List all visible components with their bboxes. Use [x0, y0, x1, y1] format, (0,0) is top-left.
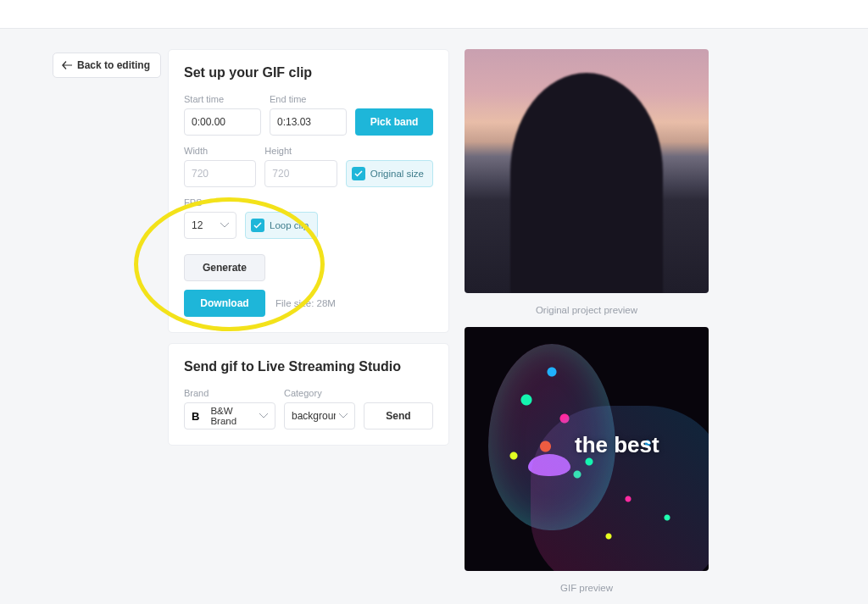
gif-setup-panel: Set up your GIF clip Start time End time…: [168, 49, 449, 333]
check-icon: [251, 219, 264, 232]
start-time-label: Start time: [184, 94, 261, 104]
preview-overlay-text: Videos: [548, 159, 625, 186]
height-label: Height: [264, 146, 337, 156]
gif-preview-caption: GIF preview: [465, 583, 709, 593]
brand-label: Brand: [184, 388, 275, 398]
top-nav-bar: [0, 0, 868, 29]
gif-overlay-text: the best: [575, 432, 659, 458]
end-time-input[interactable]: [270, 108, 347, 136]
category-label: Category: [284, 388, 355, 398]
start-time-input[interactable]: [184, 108, 261, 136]
send-gif-panel: Send gif to Live Streaming Studio Brand …: [168, 343, 449, 446]
chevron-down-icon: [259, 413, 268, 418]
pick-band-button[interactable]: Pick band: [355, 108, 433, 136]
send-gif-title: Send gif to Live Streaming Studio: [184, 359, 433, 374]
original-size-toggle[interactable]: Original size: [346, 160, 433, 187]
arrow-left-icon: [62, 61, 72, 69]
end-time-label: End time: [270, 94, 347, 104]
original-preview: Videos: [465, 49, 709, 293]
category-select[interactable]: background: [284, 402, 355, 429]
original-preview-caption: Original project preview: [465, 305, 709, 315]
back-to-editing-button[interactable]: Back to editing: [53, 53, 161, 78]
width-label: Width: [184, 146, 256, 156]
brand-select[interactable]: B B&W Brand: [184, 402, 275, 429]
download-button[interactable]: Download: [184, 290, 265, 317]
brand-logo-icon: B: [192, 410, 199, 423]
gif-preview: the best: [465, 327, 709, 571]
file-size-text: File size: 28M: [275, 298, 336, 308]
gif-setup-title: Set up your GIF clip: [184, 65, 433, 80]
check-icon: [352, 167, 365, 180]
fps-label: FPS: [184, 197, 236, 208]
send-button[interactable]: Send: [364, 402, 433, 429]
height-input[interactable]: [264, 160, 337, 187]
fps-select[interactable]: 12: [184, 212, 236, 239]
width-input[interactable]: [184, 160, 256, 187]
generate-button[interactable]: Generate: [184, 254, 265, 281]
back-label: Back to editing: [77, 59, 150, 71]
loop-clip-toggle[interactable]: Loop clip: [245, 212, 318, 239]
